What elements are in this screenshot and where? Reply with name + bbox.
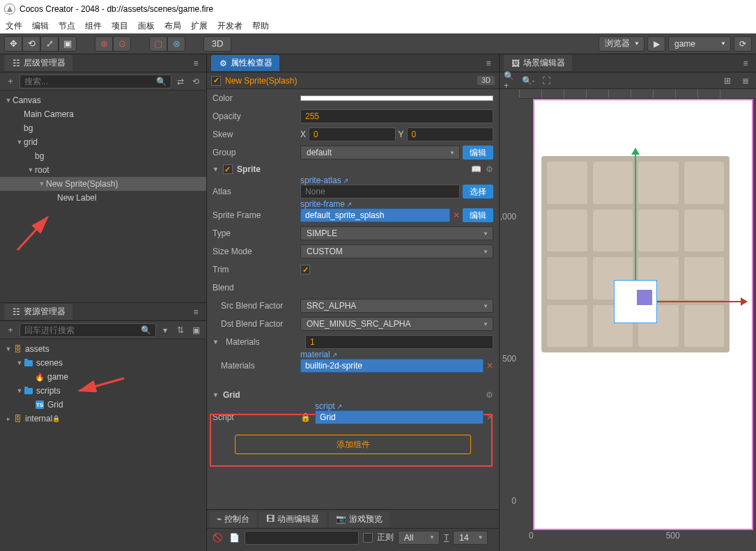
- game-preview-tab[interactable]: 📷游戏预览: [329, 511, 389, 527]
- pivot-tool-button[interactable]: ⊙: [113, 36, 131, 52]
- regex-checkbox[interactable]: [363, 533, 373, 543]
- anchor-tool-button[interactable]: ⊕: [95, 36, 113, 52]
- panel-menu-icon[interactable]: ≡: [739, 57, 752, 70]
- help-icon[interactable]: 📖: [471, 164, 481, 174]
- add-component-button[interactable]: 添加组件: [235, 435, 471, 454]
- asset-item[interactable]: ▸🗄internal 🔒: [0, 412, 206, 426]
- align-icon[interactable]: ⊞: [721, 75, 734, 87]
- hierarchy-item[interactable]: Main Camera: [0, 107, 206, 121]
- console-tab[interactable]: ⌁控制台: [210, 511, 256, 527]
- menu-layout[interactable]: 布局: [164, 20, 181, 32]
- hierarchy-item[interactable]: ▼New Sprite(Splash): [0, 177, 206, 191]
- move-tool-button[interactable]: ✥: [4, 36, 22, 52]
- rotate-tool-button[interactable]: ⟲: [22, 36, 40, 52]
- refresh-button[interactable]: ⟳: [734, 36, 752, 52]
- zoom-out-icon[interactable]: 🔍-: [522, 75, 534, 87]
- assets-search-input[interactable]: [24, 325, 141, 335]
- atlas-field[interactable]: None: [300, 185, 460, 199]
- menu-project[interactable]: 项目: [111, 20, 128, 32]
- hierarchy-item[interactable]: ▼grid: [0, 135, 206, 149]
- color-field[interactable]: [300, 95, 493, 101]
- asset-item[interactable]: ▼scripts: [0, 384, 206, 398]
- rect-tool-button[interactable]: ▣: [59, 36, 77, 52]
- assets-tab[interactable]: ☷资源管理器: [4, 304, 72, 320]
- skew-y-input[interactable]: 0: [407, 127, 493, 141]
- hierarchy-search-input[interactable]: [24, 77, 156, 86]
- asset-item[interactable]: 🔥game: [0, 370, 206, 384]
- preview-scene-select[interactable]: game: [668, 36, 731, 52]
- hierarchy-tab[interactable]: ☷层级管理器: [4, 55, 72, 71]
- collapse-assets-button[interactable]: ▣: [190, 324, 202, 336]
- menu-developer[interactable]: 开发者: [217, 20, 242, 32]
- gear-icon[interactable]: ⚙: [486, 390, 493, 400]
- menu-component[interactable]: 组件: [85, 20, 102, 32]
- play-button[interactable]: ▶: [647, 36, 665, 52]
- log-level-select[interactable]: All: [398, 531, 440, 545]
- asset-item[interactable]: ▼scenes: [0, 356, 206, 370]
- atlas-select-button[interactable]: 选择: [463, 185, 493, 199]
- script-field[interactable]: Grid: [315, 410, 484, 424]
- frame-edit-button[interactable]: 编辑: [463, 208, 493, 222]
- menu-file[interactable]: 文件: [6, 20, 22, 32]
- refresh-hierarchy-button[interactable]: ⟲: [190, 75, 202, 88]
- sprite-section-header[interactable]: ▼ Sprite 📖⚙: [207, 162, 499, 177]
- gear-icon[interactable]: ⚙: [486, 164, 493, 174]
- node-enabled-checkbox[interactable]: [211, 76, 221, 86]
- material-field[interactable]: builtin-2d-sprite: [300, 359, 484, 373]
- panel-menu-icon[interactable]: ≡: [190, 306, 202, 318]
- preview-platform-select[interactable]: 浏览器: [599, 36, 645, 52]
- dst-blend-select[interactable]: ONE_MINUS_SRC_ALPHA: [300, 317, 493, 331]
- asset-item[interactable]: TSGrid: [0, 398, 206, 412]
- copy-icon[interactable]: 📄: [228, 531, 240, 544]
- local-toggle-button[interactable]: ▢: [149, 36, 167, 52]
- hierarchy-search[interactable]: 🔍: [20, 75, 171, 88]
- skew-x-input[interactable]: 0: [309, 127, 395, 141]
- mode-3d-button[interactable]: 3D: [203, 36, 231, 52]
- sprite-frame-field[interactable]: default_sprite_splash: [300, 208, 450, 222]
- scene-tab[interactable]: 🖼场景编辑器: [504, 55, 572, 71]
- fit-icon[interactable]: ⛶: [540, 75, 553, 87]
- add-asset-button[interactable]: +: [4, 324, 17, 336]
- asset-item[interactable]: ▼🗄assets: [0, 342, 206, 356]
- layers-icon[interactable]: ≣: [739, 75, 752, 87]
- filter-button[interactable]: ▾: [159, 324, 171, 336]
- anim-editor-tab[interactable]: 🎞动画编辑器: [259, 511, 326, 527]
- group-edit-button[interactable]: 编辑: [463, 146, 493, 160]
- scale-tool-button[interactable]: ⤢: [40, 36, 59, 52]
- clear-material-icon[interactable]: ✕: [486, 361, 493, 371]
- scene-canvas[interactable]: 1,000 500 0 0 500: [500, 89, 756, 551]
- size-mode-select[interactable]: CUSTOM: [300, 245, 493, 258]
- hierarchy-item[interactable]: ▼root: [0, 163, 206, 177]
- clear-frame-icon[interactable]: ✕: [453, 210, 460, 220]
- group-select[interactable]: default: [300, 146, 460, 160]
- materials-count-input[interactable]: 1: [305, 335, 493, 349]
- hierarchy-item[interactable]: New Label: [0, 191, 206, 205]
- collapse-all-button[interactable]: ⇄: [174, 75, 187, 88]
- font-size-select[interactable]: 14: [453, 531, 488, 545]
- inspector-tab[interactable]: ⚙属性检查器: [211, 55, 279, 71]
- badge-3d[interactable]: 3D: [477, 76, 495, 85]
- src-blend-select[interactable]: SRC_ALPHA: [300, 299, 493, 313]
- grid-section-header[interactable]: ▼ Grid ⚙: [207, 387, 499, 403]
- menu-node[interactable]: 节点: [59, 20, 75, 32]
- gizmo-y-axis[interactable]: [635, 149, 636, 301]
- console-filter-input[interactable]: [245, 531, 359, 545]
- trim-checkbox[interactable]: [300, 265, 310, 274]
- menu-panel[interactable]: 面板: [138, 20, 155, 32]
- panel-menu-icon[interactable]: ≡: [482, 57, 495, 70]
- world-toggle-button[interactable]: ⊗: [167, 36, 185, 52]
- opacity-input[interactable]: 255: [300, 109, 493, 123]
- clear-console-button[interactable]: 🚫: [211, 531, 224, 544]
- type-select[interactable]: SIMPLE: [300, 226, 493, 240]
- panel-menu-icon[interactable]: ≡: [190, 57, 202, 70]
- sprite-enabled-checkbox[interactable]: [223, 164, 233, 174]
- menu-edit[interactable]: 编辑: [32, 20, 49, 32]
- hierarchy-item[interactable]: bg: [0, 121, 206, 135]
- sort-button[interactable]: ⇅: [174, 324, 187, 336]
- scene-viewport[interactable]: [533, 99, 753, 530]
- add-node-button[interactable]: +: [4, 75, 17, 88]
- assets-search[interactable]: 🔍: [20, 323, 156, 337]
- clear-script-icon[interactable]: ✕: [486, 412, 493, 422]
- hierarchy-item[interactable]: bg: [0, 149, 206, 163]
- zoom-in-icon[interactable]: 🔍+: [504, 75, 516, 87]
